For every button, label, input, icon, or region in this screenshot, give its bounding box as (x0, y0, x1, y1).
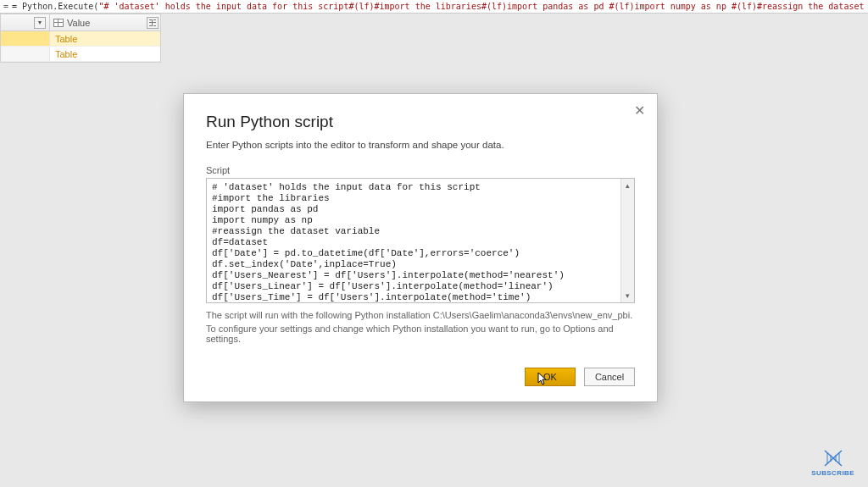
table-row[interactable]: Table (1, 31, 160, 47)
scrollbar[interactable]: ▴ ▾ (620, 179, 634, 302)
dialog-subtitle: Enter Python scripts into the editor to … (206, 140, 635, 150)
run-python-script-dialog: ✕ Run Python script Enter Python scripts… (183, 93, 658, 402)
dna-helix-icon (822, 449, 844, 468)
formula-equals: = (3, 2, 8, 11)
dialog-title: Run Python script (206, 113, 635, 131)
formula-text-fn: = Python.Execute( (12, 2, 98, 11)
ok-button-label: OK (543, 372, 557, 382)
preview-table: ▾ Value Table Table (0, 14, 161, 63)
index-dropdown-icon[interactable]: ▾ (34, 17, 46, 29)
install-path-note: The script will run with the following P… (206, 310, 635, 320)
subscribe-watermark: SUBSCRIBE (811, 449, 854, 477)
script-editor[interactable]: # 'dataset' holds the input data for thi… (207, 179, 620, 302)
row-value: Table (50, 34, 160, 44)
subscribe-label: SUBSCRIBE (811, 469, 854, 477)
cancel-button[interactable]: Cancel (584, 368, 635, 386)
formula-text-string: "# 'dataset' holds the input data for th… (98, 2, 868, 11)
row-index (1, 31, 50, 46)
ok-button[interactable]: OK (525, 368, 576, 386)
formula-bar[interactable]: = = Python.Execute( "# 'dataset' holds t… (0, 0, 868, 14)
script-field-label: Script (206, 165, 635, 175)
table-header-index[interactable]: ▾ (1, 14, 50, 30)
table-header-row: ▾ Value (1, 14, 160, 31)
dialog-button-row: OK Cancel (206, 368, 635, 386)
cancel-button-label: Cancel (595, 372, 624, 382)
row-value: Table (50, 49, 160, 59)
table-icon (53, 19, 64, 27)
scroll-down-icon[interactable]: ▾ (621, 289, 634, 302)
scroll-up-icon[interactable]: ▴ (621, 179, 634, 192)
expand-icon[interactable] (147, 17, 159, 29)
column-header-label: Value (67, 18, 90, 28)
table-row[interactable]: Table (1, 47, 160, 62)
settings-note: To configure your settings and change wh… (206, 324, 635, 344)
table-header-value[interactable]: Value (50, 14, 160, 30)
script-editor-wrap: # 'dataset' holds the input data for thi… (206, 178, 635, 303)
close-icon[interactable]: ✕ (634, 102, 645, 119)
row-index (1, 47, 50, 61)
